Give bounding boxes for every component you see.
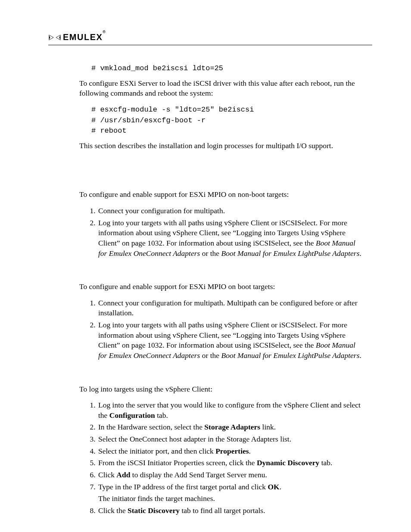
bold-ui-label: Dynamic Discovery: [257, 458, 319, 467]
list-item-text: Click: [98, 470, 116, 479]
code-line: # vmkload_mod be2iscsi ldto=25: [91, 63, 364, 74]
code-block-vmkload: # vmkload_mod be2iscsi ldto=25: [91, 63, 364, 74]
list-item-text: tab.: [319, 458, 332, 467]
list-item-text: Log into your targets with all paths usi…: [98, 218, 347, 247]
list-item-text: Log into your targets with all paths usi…: [98, 320, 347, 349]
bold-ui-label: Static Discovery: [128, 506, 180, 515]
list-item-text: to display the Add Send Target Server me…: [130, 470, 267, 479]
list-item: Connect your configuration for multipath…: [97, 206, 364, 216]
list-item: From the iSCSI Initiator Properties scre…: [97, 458, 364, 468]
paragraph-nonboot-intro: To configure and enable support for ESXi…: [79, 190, 364, 200]
code-line: # esxcfg-module -s "ldto=25" be2iscsi: [91, 105, 364, 115]
bold-ui-label: Configuration: [109, 411, 155, 420]
italic-title: Boot Manual for Emulex LightPulse Adapte…: [221, 249, 359, 258]
code-line: # reboot: [91, 126, 364, 137]
list-item-text: .: [280, 482, 281, 491]
login-steps-list: Log into the server that you would like …: [79, 400, 364, 516]
paragraph-boot-intro: To configure and enable support for ESXi…: [79, 282, 364, 292]
list-item: Connect your configuration for multipath…: [97, 298, 364, 318]
list-item-text: tab.: [155, 411, 168, 420]
emulex-logo-icon: [48, 34, 61, 41]
paragraph-login-intro: To log into targets using the vSphere Cl…: [79, 384, 364, 395]
nonboot-steps-list: Connect your configuration for multipath…: [79, 206, 364, 258]
list-item-text: Connect your configuration for multipath…: [98, 206, 225, 215]
list-item: Type in the IP address of the first targ…: [97, 482, 364, 504]
list-item-text: From the iSCSI Initiator Properties scre…: [98, 458, 257, 467]
paragraph-section-intro: This section describes the installation …: [79, 141, 364, 151]
list-item-text: Click the: [98, 506, 128, 515]
code-block-esxcfg: # esxcfg-module -s "ldto=25" be2iscsi # …: [91, 105, 364, 137]
bold-ui-label: OK: [268, 482, 279, 491]
bold-ui-label: Add: [116, 470, 130, 479]
list-item-text: .: [359, 351, 361, 360]
list-item-text: .: [249, 447, 251, 455]
page-header: EMULEX®: [48, 32, 372, 45]
list-item: Select the OneConnect host adapter in th…: [97, 434, 364, 445]
list-item-text: tab to find all target portals.: [180, 506, 265, 515]
list-item-text: .: [359, 249, 361, 258]
list-item-text: In the Hardware section, select the: [98, 423, 204, 431]
list-item: Log into the server that you would like …: [97, 400, 364, 420]
list-item-followup: The initiator finds the target machines.: [98, 494, 364, 504]
list-item: Click the Static Discovery tab to find a…: [97, 506, 364, 516]
registered-mark-icon: ®: [103, 30, 106, 34]
list-item-text: Select the OneConnect host adapter in th…: [98, 435, 291, 443]
list-item-text: link.: [260, 423, 276, 431]
list-item: Select the initiator port, and then clic…: [97, 446, 364, 457]
code-line: # /usr/sbin/esxcfg-boot -r: [91, 115, 364, 126]
list-item-text: or the: [200, 249, 221, 258]
brand-logo: EMULEX®: [48, 32, 372, 42]
list-item-text: Connect your configuration for multipath…: [98, 299, 358, 317]
list-item: Click Add to display the Add Send Target…: [97, 470, 364, 480]
list-item-text: Select the initiator port, and then clic…: [98, 447, 215, 455]
italic-title: Boot Manual for Emulex LightPulse Adapte…: [221, 351, 359, 360]
bold-ui-label: Properties: [215, 447, 249, 455]
bold-ui-label: Storage Adapters: [204, 423, 260, 431]
list-item: Log into your targets with all paths usi…: [97, 320, 364, 361]
page-content: # vmkload_mod be2iscsi ldto=25 To config…: [48, 63, 372, 516]
list-item: Log into your targets with all paths usi…: [97, 218, 364, 259]
brand-name: EMULEX®: [63, 32, 106, 42]
list-item-text: or the: [200, 351, 221, 360]
paragraph-configure-esxi: To configure ESXi Server to load the iSC…: [79, 78, 364, 99]
document-page: EMULEX® # vmkload_mod be2iscsi ldto=25 T…: [0, 0, 411, 532]
list-item-text: Type in the IP address of the first targ…: [98, 482, 268, 491]
list-item: In the Hardware section, select the Stor…: [97, 422, 364, 432]
boot-steps-list: Connect your configuration for multipath…: [79, 298, 364, 361]
